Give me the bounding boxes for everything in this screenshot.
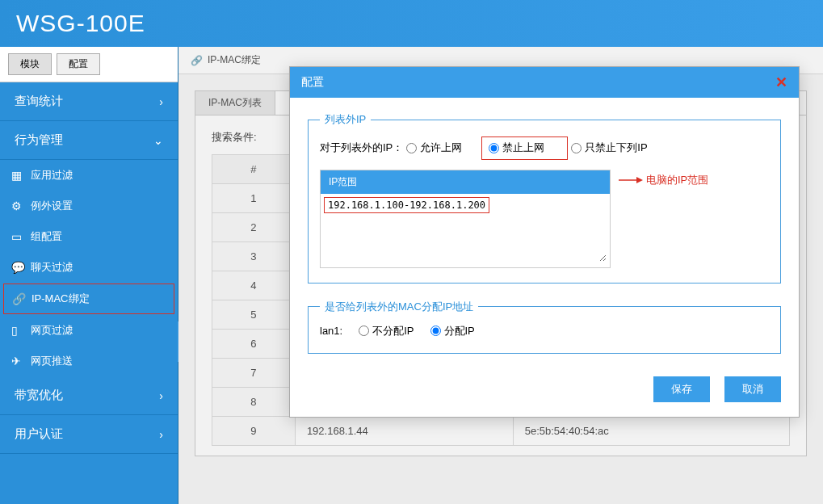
ip-range-header: IP范围 xyxy=(321,170,610,194)
gear-icon: ⚙ xyxy=(11,200,24,212)
page-icon: ▯ xyxy=(11,324,24,337)
sidebar-tabs: 模块 配置 xyxy=(0,47,178,82)
radio-alloc[interactable]: 分配IP xyxy=(430,324,475,338)
nav-label: 查询统计 xyxy=(15,94,63,109)
modal-footer: 保存 取消 xyxy=(308,370,781,402)
sidebar-item-web-filter[interactable]: ▯ 网页过滤 xyxy=(0,315,178,346)
sidebar-item-group-config[interactable]: ▭ 组配置 xyxy=(0,221,178,252)
tab-config[interactable]: 配置 xyxy=(57,53,100,75)
save-button[interactable]: 保存 xyxy=(653,376,710,402)
modal-header[interactable]: 配置 ✕ xyxy=(290,67,799,98)
logo: WSG-100E xyxy=(16,10,145,37)
nav-label: 带宽优化 xyxy=(15,388,63,403)
sidebar-item-chat-filter[interactable]: 💬 聊天过滤 xyxy=(0,252,178,283)
nav-label: 用户认证 xyxy=(15,426,63,442)
chevron-right-icon: › xyxy=(159,95,163,108)
ip-range-value: 192.168.1.100-192.168.1.200 xyxy=(324,197,489,213)
tab-module[interactable]: 模块 xyxy=(8,53,52,75)
sidebar-item-label: 应用过滤 xyxy=(31,168,73,183)
chevron-right-icon: › xyxy=(159,389,163,402)
sidebar-item-label: 网页推送 xyxy=(31,354,73,368)
fieldset-mac-alloc: 是否给列表外的MAC分配IP地址 lan1: 不分配IP 分配IP xyxy=(308,300,781,354)
grid-icon: ▦ xyxy=(11,169,24,182)
nav-label: 行为管理 xyxy=(15,132,63,148)
fieldset-legend: 是否给列表外的MAC分配IP地址 xyxy=(320,300,478,314)
radio-deny[interactable]: 禁止上网 xyxy=(489,141,544,155)
radio-allow-input[interactable] xyxy=(406,143,417,153)
config-modal: 配置 ✕ 列表外IP 对于列表外的IP： 允许上网 禁止上网 只禁止下列IP I… xyxy=(289,66,800,418)
svg-marker-1 xyxy=(636,177,643,183)
radio-noalloc[interactable]: 不分配IP xyxy=(359,324,414,338)
send-icon: ✈ xyxy=(11,355,24,368)
sidebar-item-label: 组配置 xyxy=(31,229,62,244)
lan-label: lan1: xyxy=(320,325,342,337)
annotation-text: 电脑的IP范围 xyxy=(646,173,708,187)
radio-deny-input[interactable] xyxy=(489,143,499,153)
card-icon: ▭ xyxy=(11,230,24,243)
nav-behavior-mgmt[interactable]: 行为管理 ⌄ xyxy=(0,121,178,160)
annotation-arrow: 电脑的IP范围 xyxy=(619,173,708,187)
fieldset-offlist-ip: 列表外IP 对于列表外的IP： 允许上网 禁止上网 只禁止下列IP IP范围 1… xyxy=(308,112,781,284)
sidebar-item-ip-mac-bind[interactable]: 🔗 IP-MAC绑定 xyxy=(3,284,174,314)
modal-title: 配置 xyxy=(301,75,324,90)
sidebar-item-exception[interactable]: ⚙ 例外设置 xyxy=(0,191,178,221)
radio-allow[interactable]: 允许上网 xyxy=(406,141,462,155)
ip-range-textarea[interactable] xyxy=(324,213,607,262)
radio-only-below[interactable]: 只禁止下列IP xyxy=(571,141,647,155)
sidebar-item-label: 例外设置 xyxy=(31,199,73,213)
nav-query-stats[interactable]: 查询统计 › xyxy=(0,82,178,121)
fieldset-legend: 列表外IP xyxy=(320,112,371,127)
offlist-label: 对于列表外的IP： xyxy=(320,141,403,155)
sidebar-item-label: 聊天过滤 xyxy=(31,260,73,275)
radio-noalloc-input[interactable] xyxy=(359,326,369,336)
close-icon[interactable]: ✕ xyxy=(775,74,787,91)
sidebar-item-label: 网页过滤 xyxy=(31,323,73,338)
sidebar-item-label: IP-MAC绑定 xyxy=(31,292,90,306)
link-icon: 🔗 xyxy=(12,292,25,305)
radio-alloc-input[interactable] xyxy=(430,326,441,336)
nav-bandwidth[interactable]: 带宽优化 › xyxy=(0,376,178,415)
chevron-right-icon: › xyxy=(159,428,163,441)
app-header: WSG-100E xyxy=(0,0,823,47)
arrow-icon xyxy=(619,174,643,186)
cancel-button[interactable]: 取消 xyxy=(724,376,781,402)
sidebar: 模块 配置 查询统计 › 行为管理 ⌄ ▦ 应用过滤 ⚙ 例外设置 ▭ 组配置 … xyxy=(0,47,178,504)
ip-range-box: IP范围 192.168.1.100-192.168.1.200 xyxy=(320,170,611,268)
sidebar-item-app-filter[interactable]: ▦ 应用过滤 xyxy=(0,160,178,191)
nav-user-auth[interactable]: 用户认证 › xyxy=(0,415,178,454)
chat-icon: 💬 xyxy=(11,261,24,274)
sidebar-item-web-push[interactable]: ✈ 网页推送 xyxy=(0,346,178,376)
chevron-down-icon: ⌄ xyxy=(153,134,163,147)
radio-only-input[interactable] xyxy=(571,143,582,153)
